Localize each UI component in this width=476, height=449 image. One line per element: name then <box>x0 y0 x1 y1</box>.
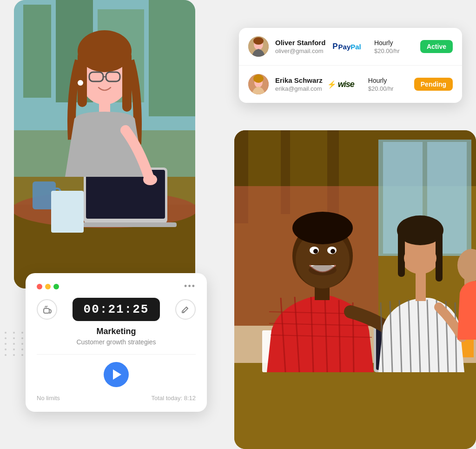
svg-point-58 <box>313 249 318 254</box>
no-limits-label: No limits <box>37 395 60 402</box>
photo-office-group <box>234 130 476 449</box>
page-container: Oliver Stanford oliver@gmail.com PPayPal… <box>0 0 476 449</box>
svg-rect-35 <box>234 363 476 449</box>
wise-logo: ⚡ wise <box>320 80 362 89</box>
timer-controls: 00:21:25 <box>37 298 196 321</box>
user-email-erika: erika@gmail.com <box>275 85 313 92</box>
svg-rect-76 <box>398 230 405 277</box>
user-info-erika: Erika Schwarz erika@gmail.com <box>275 76 313 92</box>
payment-card: Oliver Stanford oliver@gmail.com PPayPal… <box>239 28 462 103</box>
rate-info-erika: Hourly $20.00/hr <box>368 77 408 92</box>
more-options-icon[interactable]: ••• <box>184 281 196 291</box>
timer-project-subtitle: Customer growth strategies <box>37 338 196 346</box>
payment-row-oliver: Oliver Stanford oliver@gmail.com PPayPal… <box>239 28 462 65</box>
window-controls <box>37 284 59 289</box>
timer-footer: No limits Total today: 8:12 <box>37 395 196 402</box>
svg-rect-77 <box>436 230 443 281</box>
photo-woman-laptop <box>14 0 195 288</box>
rate-amount-erika: $20.00/hr <box>368 85 408 92</box>
svg-point-24 <box>143 174 157 185</box>
svg-point-59 <box>331 249 335 254</box>
timer-display: 00:21:25 <box>73 298 160 321</box>
svg-point-78 <box>404 245 436 271</box>
svg-point-61 <box>292 212 353 244</box>
svg-rect-18 <box>122 51 132 112</box>
status-badge-erika[interactable]: Pending <box>414 78 453 91</box>
user-name-erika: Erika Schwarz <box>275 76 313 84</box>
user-email-oliver: oliver@gmail.com <box>275 47 319 54</box>
edit-time-button[interactable] <box>175 299 196 320</box>
svg-point-60 <box>309 264 337 275</box>
timer-divider <box>37 354 196 355</box>
svg-rect-5 <box>149 0 195 116</box>
payment-row-erika: Erika Schwarz erika@gmail.com ⚡ wise Hou… <box>239 65 462 103</box>
svg-point-86 <box>253 74 264 83</box>
svg-rect-73 <box>416 272 426 301</box>
rate-type-oliver: Hourly <box>374 39 414 47</box>
play-icon <box>113 369 121 380</box>
avatar-erika <box>248 74 269 94</box>
status-badge-oliver[interactable]: Active <box>420 40 453 53</box>
edit-icon <box>181 305 190 314</box>
play-button[interactable] <box>104 362 129 387</box>
window-dot-maximize[interactable] <box>53 284 59 289</box>
rate-amount-oliver: $20.00/hr <box>374 47 414 54</box>
timer-widget-header: ••• <box>37 281 196 291</box>
total-today-label: Total today: 8:12 <box>152 395 196 402</box>
user-name-oliver: Oliver Stanford <box>275 39 319 47</box>
paypal-logo: PPayPal <box>326 42 368 51</box>
svg-rect-14 <box>51 191 84 233</box>
timer-project-title: Marketing <box>37 327 196 336</box>
svg-rect-13 <box>74 222 177 227</box>
coffee-icon <box>42 305 52 314</box>
svg-point-22 <box>78 80 83 86</box>
user-info-oliver: Oliver Stanford oliver@gmail.com <box>275 39 319 54</box>
window-dot-close[interactable] <box>37 284 42 289</box>
svg-rect-87 <box>44 308 49 313</box>
rate-info-oliver: Hourly $20.00/hr <box>374 39 414 54</box>
timer-widget: ••• 00:21:25 Marketing Custo <box>26 273 207 412</box>
svg-point-83 <box>253 37 264 45</box>
avatar-oliver <box>248 36 269 57</box>
rate-type-erika: Hourly <box>368 77 408 84</box>
coffee-break-button[interactable] <box>37 299 57 320</box>
window-dot-minimize[interactable] <box>45 284 51 289</box>
svg-rect-2 <box>23 5 51 98</box>
